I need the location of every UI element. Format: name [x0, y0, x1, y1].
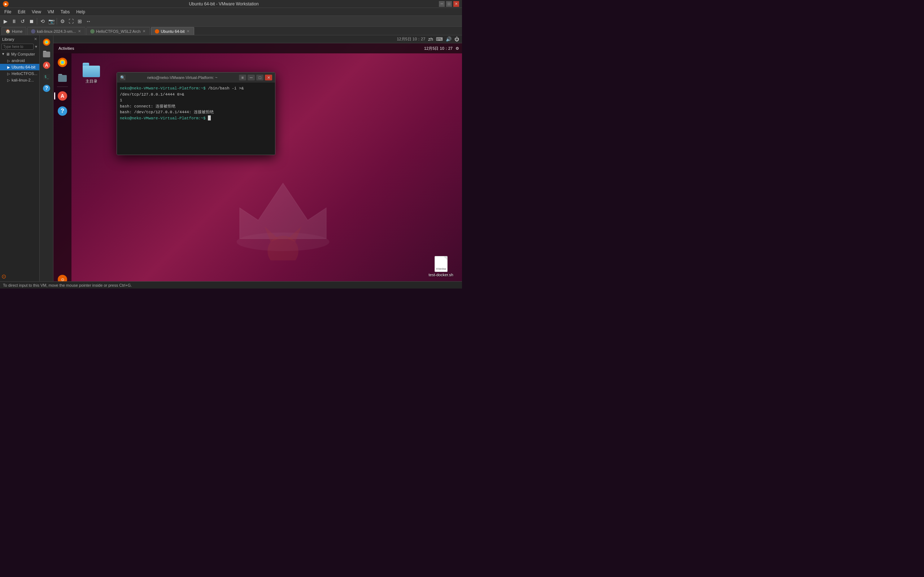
- tree-hello[interactable]: ▷ HelloCTFOS...: [0, 70, 39, 77]
- ubuntu-dock: A ? ⊙: [53, 53, 71, 281]
- dock-software-btn[interactable]: A: [41, 60, 52, 71]
- terminal-minimize-btn[interactable]: ─: [247, 75, 255, 81]
- unity-button[interactable]: ⊞: [76, 17, 84, 25]
- vm-area[interactable]: 12月5日 10：27 zh ⌨ 🔊 ⏻ Activities 12月5日 10…: [53, 35, 462, 281]
- kali-vm-icon: ▷: [7, 78, 10, 82]
- dock-terminal[interactable]: ⊙: [56, 272, 69, 281]
- terminal-error-4: bash: /dev/tcp/127.0.0.1/4444: 连接被拒绝: [120, 110, 214, 114]
- terminal-maximize-btn[interactable]: □: [256, 75, 263, 81]
- tree-android[interactable]: ▷ android: [0, 57, 39, 64]
- svg-rect-13: [58, 75, 67, 82]
- terminal-line-1: neko@neko-VMware-Virtual-Platform:~$ /bi…: [120, 85, 272, 97]
- tab-ubuntu[interactable]: Ubuntu 64-bit ✕: [151, 27, 194, 35]
- dock-files[interactable]: [56, 71, 69, 84]
- search-dropdown-icon[interactable]: ▼: [34, 45, 38, 49]
- minimize-button[interactable]: ─: [439, 1, 445, 7]
- library-label: Library: [2, 37, 15, 42]
- revert-button[interactable]: ⟲: [39, 17, 47, 25]
- terminal-error-3: bash: connect: 连接被拒绝: [120, 104, 175, 108]
- menubar: File Edit View VM Tabs Help: [0, 8, 462, 16]
- menu-view[interactable]: View: [29, 9, 44, 15]
- snapshot-button[interactable]: 📷: [47, 17, 55, 25]
- sidebar-collapse-icon[interactable]: ✕: [34, 37, 37, 42]
- menu-help[interactable]: Help: [73, 9, 88, 15]
- terminal-titlebar: 🔍 neko@neko-VMware-Virtual-Platform: ~ ≡…: [117, 73, 275, 82]
- menu-vm[interactable]: VM: [45, 9, 57, 15]
- dock-software[interactable]: A: [56, 89, 69, 103]
- terminal-line-4: bash: /dev/tcp/127.0.0.1/4444: 连接被拒绝: [120, 109, 272, 115]
- tab-ubuntu-close[interactable]: ✕: [186, 29, 190, 33]
- terminal-title: neko@neko-VMware-Virtual-Platform: ~: [128, 76, 237, 80]
- svg-point-2: [45, 41, 48, 43]
- tab-hello-close[interactable]: ✕: [142, 29, 146, 33]
- vm-speaker-icon: 🔊: [446, 36, 452, 42]
- dock-firefox-icon: [57, 57, 68, 68]
- titlebar: ▶ Ubuntu 64-bit - VMware Workstation ─ □…: [0, 0, 462, 8]
- tree-my-computer[interactable]: ▾ 🖥 My Computer: [0, 50, 39, 57]
- home-icon: 🏠: [5, 29, 10, 34]
- dock-files-btn[interactable]: [41, 48, 52, 59]
- resume-button[interactable]: ↺: [19, 17, 27, 25]
- dock-help-btn[interactable]: ?: [41, 83, 52, 94]
- firefox-icon: [42, 38, 51, 47]
- svg-rect-3: [43, 52, 50, 57]
- close-button[interactable]: ✕: [453, 1, 459, 7]
- help-icon: ?: [42, 84, 51, 93]
- desktop-file-icon[interactable]: #!/bin/bash test-docker.sh: [427, 255, 455, 279]
- topbar-settings-icon[interactable]: ⚙: [456, 46, 459, 51]
- android-vm-icon: ▷: [7, 59, 10, 63]
- terminal-search-btn[interactable]: 🔍: [120, 75, 126, 81]
- power-on-button[interactable]: ▶: [2, 17, 10, 25]
- terminal-output-2: 1: [120, 98, 122, 102]
- ubuntu-desktop[interactable]: Activities 12月5日 10：27 ⚙: [53, 43, 462, 281]
- tree-kali[interactable]: ▷ kali-linux-2...: [0, 77, 39, 83]
- menu-file[interactable]: File: [2, 9, 14, 15]
- sidebar-icons: A $_ ?: [40, 35, 53, 281]
- my-computer-icon: 🖥: [6, 52, 10, 56]
- toolbar-sep-1: [37, 18, 37, 24]
- dock-firefox[interactable]: [56, 56, 69, 69]
- suspend-button[interactable]: ⏸: [10, 17, 18, 25]
- ubuntu-logo-icon: ⊙: [2, 273, 6, 280]
- svg-text:⊙: ⊙: [61, 277, 64, 281]
- ubuntu-vm-icon: ▶: [7, 65, 10, 69]
- terminal-close-btn[interactable]: ✕: [265, 75, 272, 81]
- tabs-row: 🏠 Home kali-linux-2024.3-vm... ✕ HelloCT…: [0, 27, 462, 35]
- menu-edit[interactable]: Edit: [15, 9, 28, 15]
- svg-text:?: ?: [45, 85, 48, 91]
- dock-help-icon: ?: [57, 106, 68, 116]
- dock-software-icon: A: [57, 90, 68, 102]
- vm-lang-icon: zh: [428, 36, 433, 42]
- titlebar-title: Ubuntu 64-bit - VMware Workstation: [9, 2, 439, 6]
- stop-button[interactable]: ⏹: [27, 17, 36, 25]
- main-area: Library ✕ ▼ ▾ 🖥 My Computer ▷ android ▶ …: [0, 35, 462, 281]
- tab-kali-close[interactable]: ✕: [77, 29, 82, 33]
- tab-home[interactable]: 🏠 Home: [2, 27, 26, 35]
- fullscreen-button[interactable]: ⛶: [67, 17, 75, 25]
- library-header: Library ✕: [0, 35, 39, 43]
- ubuntu-activities-btn[interactable]: Activities: [56, 45, 76, 51]
- menu-tabs[interactable]: Tabs: [58, 9, 73, 15]
- tree-ubuntu[interactable]: ▶ Ubuntu 64-bit: [0, 64, 39, 70]
- terminal-prompt-5: neko@neko-VMware-Virtual-Platform:~$: [120, 116, 208, 121]
- settings-button[interactable]: ⚙: [58, 17, 66, 25]
- dock-help[interactable]: ?: [56, 104, 69, 118]
- dock-terminal-btn[interactable]: $_: [41, 71, 52, 82]
- search-input[interactable]: [2, 44, 34, 50]
- terminal-body[interactable]: neko@neko-VMware-Virtual-Platform:~$ /bi…: [117, 82, 275, 155]
- tab-kali[interactable]: kali-linux-2024.3-vm... ✕: [27, 27, 86, 35]
- terminal-menu-btn[interactable]: ≡: [239, 75, 246, 81]
- svg-text:?: ?: [61, 108, 64, 114]
- terminal-window: 🔍 neko@neko-VMware-Virtual-Platform: ~ ≡…: [116, 72, 275, 155]
- svg-text:A: A: [61, 93, 64, 99]
- maximize-button[interactable]: □: [446, 1, 452, 7]
- terminal-line-3: bash: connect: 连接被拒绝: [120, 103, 272, 110]
- dock-firefox-btn[interactable]: [41, 37, 52, 48]
- home-folder-icon[interactable]: 主目录: [79, 61, 104, 85]
- tab-hello[interactable]: HelloCTFOS_WSL2 Arch ✕: [86, 27, 150, 35]
- titlebar-controls: ─ □ ✕: [439, 1, 459, 7]
- autofit-button[interactable]: ↔: [84, 17, 92, 25]
- files-icon: [42, 49, 51, 58]
- topbar-datetime: 12月5日 10：27: [424, 46, 452, 51]
- home-folder-label: 主目录: [86, 79, 97, 84]
